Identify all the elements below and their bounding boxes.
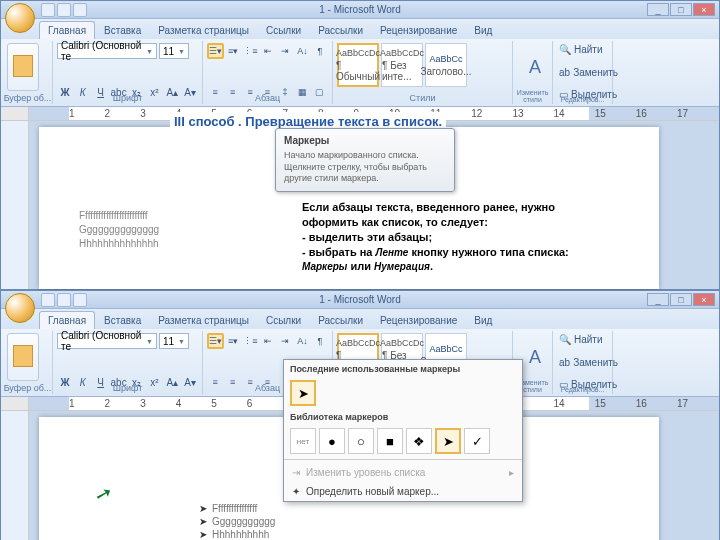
group-editing: 🔍Найти abЗаменить ▭Выделить Редактиров..… <box>553 41 613 104</box>
paste-icon <box>13 55 33 77</box>
bullets-button[interactable]: ☰▾ <box>207 333 224 349</box>
font-name-combo[interactable]: Calibri (Основной те▼ <box>57 43 157 59</box>
window-title: 1 - Microsoft Word <box>319 4 401 15</box>
tab-review[interactable]: Рецензирование <box>372 22 465 39</box>
tooltip-title: Маркеры <box>284 135 446 146</box>
tab-insert[interactable]: Вставка <box>96 22 149 39</box>
find-button[interactable]: 🔍Найти <box>557 43 608 56</box>
maximize-button[interactable]: □ <box>670 293 692 306</box>
dd-recent-label: Последние использованные маркеры <box>284 360 522 378</box>
qat-redo-icon[interactable] <box>73 293 87 307</box>
indent-inc-button[interactable]: ⇥ <box>277 43 293 59</box>
tab-references[interactable]: Ссылки <box>258 22 309 39</box>
window-title: 1 - Microsoft Word <box>319 294 401 305</box>
tab-layout[interactable]: Разметка страницы <box>150 312 257 329</box>
vertical-ruler[interactable] <box>1 121 29 289</box>
dd-library-label: Библиотека маркеров <box>284 408 522 426</box>
close-button[interactable]: × <box>693 3 715 16</box>
indent-icon: ⇥ <box>292 467 300 478</box>
group-styles: AaBbCcDc¶ Обычный AaBbCcDc¶ Без инте... … <box>333 41 513 104</box>
explanation-text: Если абзацы текста, введенного ранее, ну… <box>300 198 640 276</box>
group-paragraph: ☰▾ ≡▾ ⋮≡ ⇤ ⇥ A↓ ¶ ≡ ≡ ≡ ≡ ‡ ▦ ▢ Абзац <box>203 41 333 104</box>
style-nospacing[interactable]: AaBbCcDc¶ Без инте... <box>381 43 423 87</box>
sort-button[interactable]: A↓ <box>294 43 310 59</box>
bulleted-list: ➤Ffffffffffffffff ➤Ggggggggggg ➤Hhhhhhhh… <box>199 503 619 540</box>
qat-undo-icon[interactable] <box>57 3 71 17</box>
tab-review[interactable]: Рецензирование <box>372 312 465 329</box>
bullet-option[interactable]: ○ <box>348 428 374 454</box>
bullet-option[interactable]: ✓ <box>464 428 490 454</box>
bullet-option[interactable]: ➤ <box>435 428 461 454</box>
change-styles-icon: A <box>529 57 541 78</box>
minimize-button[interactable]: _ <box>647 3 669 16</box>
qat-redo-icon[interactable] <box>73 3 87 17</box>
replace-icon: ab <box>559 67 570 78</box>
style-heading[interactable]: AaBbCcЗаголово... <box>425 43 467 87</box>
minimize-button[interactable]: _ <box>647 293 669 306</box>
ribbon: Буфер об... Calibri (Основной те▼ 11▼ Ж … <box>1 39 719 107</box>
tab-references[interactable]: Ссылки <box>258 312 309 329</box>
find-button[interactable]: 🔍Найти <box>557 333 608 346</box>
qat-save-icon[interactable] <box>41 3 55 17</box>
bullets-tooltip: Маркеры Начало маркированного списка. Ще… <box>275 128 455 192</box>
office-button[interactable] <box>5 3 35 33</box>
ribbon-tabs: Главная Вставка Разметка страницы Ссылки… <box>1 309 719 329</box>
tab-view[interactable]: Вид <box>466 312 500 329</box>
group-change-styles: A Изменить стили <box>513 41 553 104</box>
office-button[interactable] <box>5 293 35 323</box>
indent-dec-button[interactable]: ⇤ <box>260 43 276 59</box>
paste-button[interactable] <box>7 333 39 381</box>
ribbon-tabs: Главная Вставка Разметка страницы Ссылки… <box>1 19 719 39</box>
qat-undo-icon[interactable] <box>57 293 71 307</box>
bullet-option[interactable]: ● <box>319 428 345 454</box>
tab-home[interactable]: Главная <box>39 311 95 329</box>
replace-button[interactable]: abЗаменить <box>557 66 608 79</box>
quick-access-toolbar <box>41 3 87 17</box>
font-size-combo[interactable]: 11▼ <box>159 43 189 59</box>
maximize-button[interactable]: □ <box>670 3 692 16</box>
numbering-button[interactable]: ≡▾ <box>225 43 241 59</box>
bullet-define-icon: ✦ <box>292 486 300 497</box>
tab-insert[interactable]: Вставка <box>96 312 149 329</box>
find-icon: 🔍 <box>559 44 571 55</box>
font-size-combo[interactable]: 11▼ <box>159 333 189 349</box>
tooltip-body: Начало маркированного списка. Щелкните с… <box>284 150 446 185</box>
bullet-option[interactable]: нет <box>290 428 316 454</box>
close-button[interactable]: × <box>693 293 715 306</box>
tab-view[interactable]: Вид <box>466 22 500 39</box>
change-styles-button[interactable]: A <box>517 43 553 91</box>
tab-layout[interactable]: Разметка страницы <box>150 22 257 39</box>
group-font: Calibri (Основной те▼ 11▼ Ж К Ч abc x₂ x… <box>53 41 203 104</box>
paste-button[interactable] <box>7 43 39 91</box>
bullet-option[interactable]: ■ <box>377 428 403 454</box>
bullet-option[interactable]: ❖ <box>406 428 432 454</box>
bullets-button[interactable]: ☰▾ <box>207 43 224 59</box>
group-clipboard: Буфер об... <box>3 41 53 104</box>
pilcrow-button[interactable]: ¶ <box>312 43 328 59</box>
bullet-recent-arrow[interactable]: ➤ <box>290 380 316 406</box>
tab-mailings[interactable]: Рассылки <box>310 22 371 39</box>
titlebar: 1 - Microsoft Word _ □ × <box>1 1 719 19</box>
word-window-2: 1 - Microsoft Word _□× Главная Вставка Р… <box>0 290 720 540</box>
tab-mailings[interactable]: Рассылки <box>310 312 371 329</box>
multilevel-button[interactable]: ⋮≡ <box>242 43 258 59</box>
numbering-button[interactable]: ≡▾ <box>225 333 241 349</box>
dd-change-level: ⇥Изменить уровень списка▸ <box>284 463 522 482</box>
titlebar: 1 - Microsoft Word _□× <box>1 291 719 309</box>
dd-define-new[interactable]: ✦Определить новый маркер... <box>284 482 522 501</box>
font-name-combo[interactable]: Calibri (Основной те▼ <box>57 333 157 349</box>
qat-save-icon[interactable] <box>41 293 55 307</box>
style-normal[interactable]: AaBbCcDc¶ Обычный <box>337 43 379 87</box>
bullets-dropdown: Последние использованные маркеры ➤ Библи… <box>283 359 523 502</box>
replace-button[interactable]: abЗаменить <box>557 356 608 369</box>
tab-home[interactable]: Главная <box>39 21 95 39</box>
